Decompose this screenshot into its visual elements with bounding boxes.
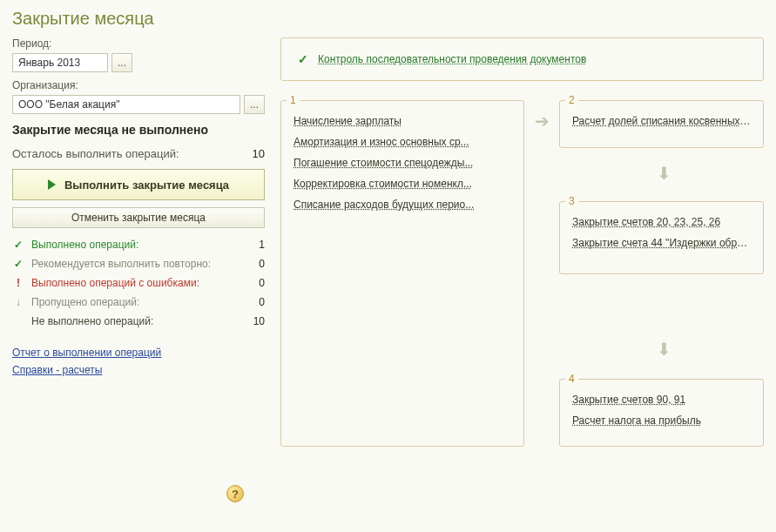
arrow-down-icon: ⬇ — [657, 165, 671, 182]
operation-link[interactable]: Расчет налога на прибыль — [572, 414, 751, 427]
stat-redo-label: Рекомендуется выполнить повторно: — [31, 258, 240, 270]
stat-done-count: 1 — [247, 239, 265, 251]
group-3-number: 3 — [565, 195, 578, 207]
org-label: Организация: — [12, 79, 265, 91]
remaining-label: Осталось выполнить операций: — [12, 147, 179, 160]
operation-link[interactable]: Закрытие счетов 90, 91 — [572, 394, 751, 406]
stat-nodo-label: Не выполнено операций: — [31, 315, 240, 327]
references-calculations-link[interactable]: Справки - расчеты — [12, 364, 102, 376]
operation-link[interactable]: Погашение стоимости спецодежды... — [294, 157, 511, 169]
period-picker-button[interactable]: ... — [111, 53, 132, 72]
period-label: Период: — [12, 37, 265, 50]
group-2: 2 Расчет долей списания косвенных ... — [559, 100, 764, 148]
group-4: 4 Закрытие счетов 90, 91 Расчет налога н… — [559, 379, 764, 447]
check-icon: ✓ — [297, 52, 309, 66]
control-sequence-link[interactable]: Контроль последовательности проведения д… — [318, 53, 586, 65]
group-1-number: 1 — [287, 94, 300, 106]
operation-link[interactable]: Амортизация и износ основных ср... — [294, 136, 511, 148]
arrow-down-icon: ↓ — [12, 296, 24, 308]
play-icon — [48, 179, 56, 190]
remaining-count: 10 — [253, 147, 265, 160]
operations-report-link[interactable]: Отчет о выполнении операций — [12, 347, 161, 359]
group-4-number: 4 — [565, 373, 578, 385]
stat-skip-label: Пропущено операций: — [31, 296, 240, 308]
stat-skip-count: 0 — [247, 296, 265, 308]
run-month-close-button[interactable]: Выполнить закрытие месяца — [12, 169, 265, 200]
arrow-down-icon: ⬇ — [657, 340, 671, 358]
stat-redo-count: 0 — [247, 258, 265, 270]
run-button-label: Выполнить закрытие месяца — [64, 178, 229, 192]
page-title: Закрытие месяца — [12, 9, 764, 29]
stat-err-label: Выполнено операций с ошибками: — [31, 277, 240, 289]
operation-link[interactable]: Закрытие счетов 20, 23, 25, 26 — [572, 216, 751, 228]
org-picker-button[interactable]: ... — [244, 95, 265, 114]
cancel-month-close-button[interactable]: Отменить закрытие месяца — [12, 207, 265, 228]
operation-link[interactable]: Начисление зарплаты — [294, 115, 511, 127]
group-2-number: 2 — [565, 94, 578, 106]
period-input[interactable] — [12, 53, 108, 72]
status-title: Закрытие месяца не выполнено — [12, 123, 265, 137]
check-icon: ✓ — [12, 239, 24, 251]
arrow-right-icon: ➔ — [535, 112, 550, 130]
stat-err-count: 0 — [247, 277, 265, 289]
group-3: 3 Закрытие счетов 20, 23, 25, 26 Закрыти… — [559, 201, 764, 274]
operation-link[interactable]: Расчет долей списания косвенных ... — [572, 115, 751, 127]
org-input[interactable] — [12, 95, 240, 114]
error-icon: ! — [12, 277, 24, 289]
help-icon[interactable]: ? — [226, 485, 244, 502]
stat-nodo-count: 10 — [247, 315, 265, 327]
operation-link[interactable]: Закрытие счета 44 "Издержки обра... — [572, 237, 751, 249]
control-box: ✓ Контроль последовательности проведения… — [280, 37, 764, 81]
operation-link[interactable]: Корректировка стоимости номенкл... — [294, 178, 511, 190]
stat-done-label: Выполнено операций: — [31, 239, 240, 251]
group-1: 1 Начисление зарплаты Амортизация и изно… — [280, 100, 524, 447]
operation-link[interactable]: Списание расходов будущих перио... — [294, 199, 511, 211]
check-icon: ✓ — [12, 258, 24, 270]
